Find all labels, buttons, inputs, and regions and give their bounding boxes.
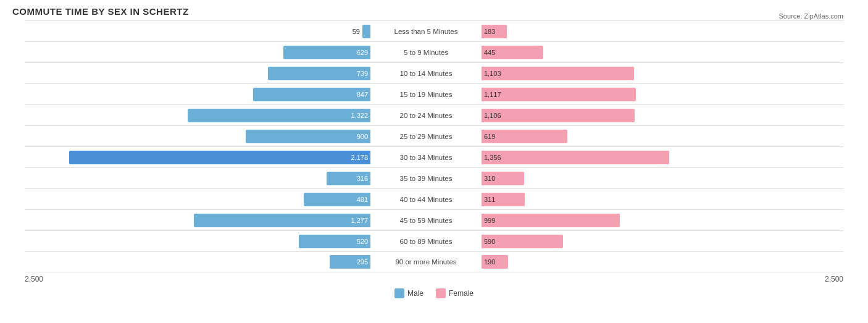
source-label: Source: ZipAtlas.com [778, 12, 843, 20]
table-row: 2,17830 to 34 Minutes1,356 [25, 146, 843, 167]
legend-female: Female [436, 288, 474, 298]
bar-female-value: 1,117 [484, 91, 501, 98]
bar-female-value: 310 [484, 175, 495, 182]
table-row: 6295 to 9 Minutes445 [25, 41, 843, 62]
bar-female-value: 619 [484, 133, 495, 140]
chart-title: COMMUTE TIME BY SEX IN SCHERTZ [12, 6, 856, 17]
bar-male-value: 629 [357, 49, 368, 56]
table-row: 90025 to 29 Minutes619 [25, 125, 843, 146]
bar-female-value: 1,103 [484, 70, 501, 77]
legend-male: Male [394, 288, 424, 298]
bar-female: 445 [482, 46, 543, 59]
bar-male-value: 1,277 [351, 217, 368, 224]
row-label: 60 to 89 Minutes [370, 238, 482, 245]
bar-female: 590 [482, 235, 563, 248]
bar-female: 310 [482, 172, 524, 185]
bar-male-value: 2,178 [351, 154, 368, 161]
row-label: 90 or more Minutes [370, 258, 482, 266]
bar-male-value: 295 [357, 258, 368, 266]
bar-male: 739 [268, 67, 370, 80]
legend: Male Female [25, 288, 843, 298]
bar-male-value: 847 [357, 91, 368, 98]
bar-female-value: 999 [484, 217, 495, 224]
bar-male-value: 1,322 [351, 112, 368, 119]
bottom-axis: 2,500 2,500 [25, 272, 843, 286]
bar-female: 1,103 [482, 67, 634, 80]
row-label: Less than 5 Minutes [370, 28, 482, 35]
row-label: 10 to 14 Minutes [370, 70, 482, 77]
legend-female-box [436, 288, 446, 298]
bar-female: 190 [482, 255, 508, 269]
bar-female: 183 [482, 25, 507, 38]
table-row: 84715 to 19 Minutes1,117 [25, 83, 843, 104]
bar-female: 619 [482, 130, 567, 143]
row-label: 25 to 29 Minutes [370, 133, 482, 140]
table-row: 31635 to 39 Minutes310 [25, 167, 843, 188]
bar-female-value: 1,106 [484, 112, 501, 119]
table-row: 1,27745 to 59 Minutes999 [25, 209, 843, 230]
bar-male-value: 739 [357, 70, 368, 77]
bar-female-value: 190 [484, 258, 495, 266]
bar-male: 847 [253, 88, 370, 101]
row-label: 35 to 39 Minutes [370, 175, 482, 182]
bar-female: 1,106 [482, 109, 635, 122]
bar-male: 295 [330, 255, 370, 269]
row-label: 15 to 19 Minutes [370, 91, 482, 98]
chart-body: 59Less than 5 Minutes1836295 to 9 Minute… [25, 20, 843, 298]
table-row: 52060 to 89 Minutes590 [25, 230, 843, 251]
bar-male-value: 900 [357, 133, 368, 140]
bar-female: 311 [482, 193, 525, 206]
bar-male: 1,322 [188, 109, 370, 122]
bar-female-value: 311 [484, 196, 495, 203]
bar-male-value: 520 [357, 238, 368, 245]
chart-rows: 59Less than 5 Minutes1836295 to 9 Minute… [25, 20, 843, 272]
bar-male: 900 [246, 130, 370, 143]
row-label: 45 to 59 Minutes [370, 217, 482, 224]
bar-female: 1,356 [482, 151, 669, 164]
row-label: 20 to 24 Minutes [370, 112, 482, 119]
bar-female-value: 1,356 [484, 154, 501, 161]
table-row: 59Less than 5 Minutes183 [25, 20, 843, 41]
bar-male [362, 25, 370, 38]
bar-male-value: 316 [357, 175, 368, 182]
bar-female-value: 183 [484, 28, 495, 35]
table-row: 48140 to 44 Minutes311 [25, 188, 843, 209]
axis-right: 2,500 [825, 275, 843, 283]
row-label: 5 to 9 Minutes [370, 49, 482, 56]
bar-male-value: 481 [357, 196, 368, 203]
table-row: 29590 or more Minutes190 [25, 251, 843, 272]
table-row: 1,32220 to 24 Minutes1,106 [25, 104, 843, 125]
bar-male: 1,277 [194, 214, 370, 227]
table-row: 73910 to 14 Minutes1,103 [25, 62, 843, 83]
row-label: 30 to 34 Minutes [370, 154, 482, 161]
bar-female-value: 445 [484, 49, 495, 56]
legend-male-label: Male [407, 289, 424, 298]
bar-male-value: 59 [353, 28, 360, 35]
legend-female-label: Female [449, 289, 474, 298]
bar-male: 629 [283, 46, 370, 59]
bar-male: 481 [304, 193, 370, 206]
bar-male: 2,178 [69, 151, 370, 164]
bar-female: 1,117 [482, 88, 636, 101]
bar-female-value: 590 [484, 238, 495, 245]
bar-male: 520 [299, 235, 370, 248]
axis-left: 2,500 [25, 275, 43, 283]
bar-female: 999 [482, 214, 620, 227]
row-label: 40 to 44 Minutes [370, 196, 482, 203]
legend-male-box [394, 288, 404, 298]
bar-male: 316 [327, 172, 370, 185]
